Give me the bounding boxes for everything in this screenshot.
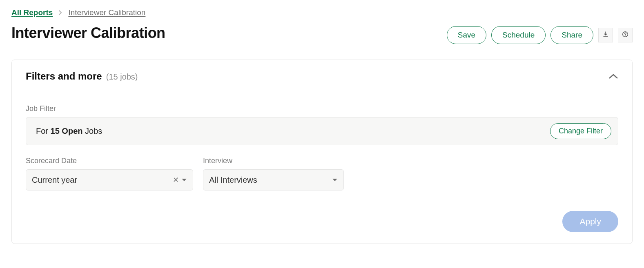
help-button[interactable]: [618, 28, 633, 42]
breadcrumb-current-link[interactable]: Interviewer Calibration: [68, 8, 145, 17]
help-icon: [622, 31, 628, 39]
job-filter-label: Job Filter: [26, 104, 618, 113]
apply-button[interactable]: Apply: [562, 211, 618, 232]
download-button[interactable]: [598, 28, 613, 42]
save-button[interactable]: Save: [447, 26, 486, 44]
svg-point-1: [625, 35, 626, 36]
job-filter-text: For 15 Open Jobs: [36, 126, 102, 136]
scorecard-date-label: Scorecard Date: [26, 157, 193, 165]
scorecard-date-select[interactable]: Current year ✕: [26, 169, 193, 190]
breadcrumb: All Reports Interviewer Calibration: [11, 8, 633, 17]
filters-panel-count: (15 jobs): [106, 72, 138, 82]
interview-label: Interview: [203, 157, 344, 165]
change-filter-button[interactable]: Change Filter: [550, 123, 611, 139]
filters-panel-toggle[interactable]: Filters and more (15 jobs): [12, 60, 632, 92]
chevron-up-icon: [608, 73, 618, 79]
share-button[interactable]: Share: [550, 26, 593, 44]
interview-value: All Interviews: [209, 175, 332, 185]
filters-panel: Filters and more (15 jobs) Job Filter Fo…: [11, 60, 633, 244]
interview-select[interactable]: All Interviews: [203, 169, 344, 190]
download-icon: [602, 31, 609, 39]
caret-down-icon: [332, 178, 338, 182]
job-filter-suffix: Jobs: [82, 126, 102, 135]
breadcrumb-root-link[interactable]: All Reports: [11, 8, 53, 17]
schedule-button[interactable]: Schedule: [491, 26, 546, 44]
chevron-right-icon: [58, 10, 62, 16]
caret-down-icon: [181, 178, 187, 182]
filters-panel-title: Filters and more: [26, 71, 102, 82]
clear-icon[interactable]: ✕: [170, 175, 181, 184]
job-filter-bold: 15 Open: [51, 126, 83, 135]
job-filter-box: For 15 Open Jobs Change Filter: [26, 117, 618, 145]
scorecard-date-value: Current year: [32, 175, 170, 185]
job-filter-prefix: For: [36, 126, 51, 135]
page-title: Interviewer Calibration: [11, 24, 165, 42]
header-actions: Save Schedule Share: [447, 26, 633, 44]
